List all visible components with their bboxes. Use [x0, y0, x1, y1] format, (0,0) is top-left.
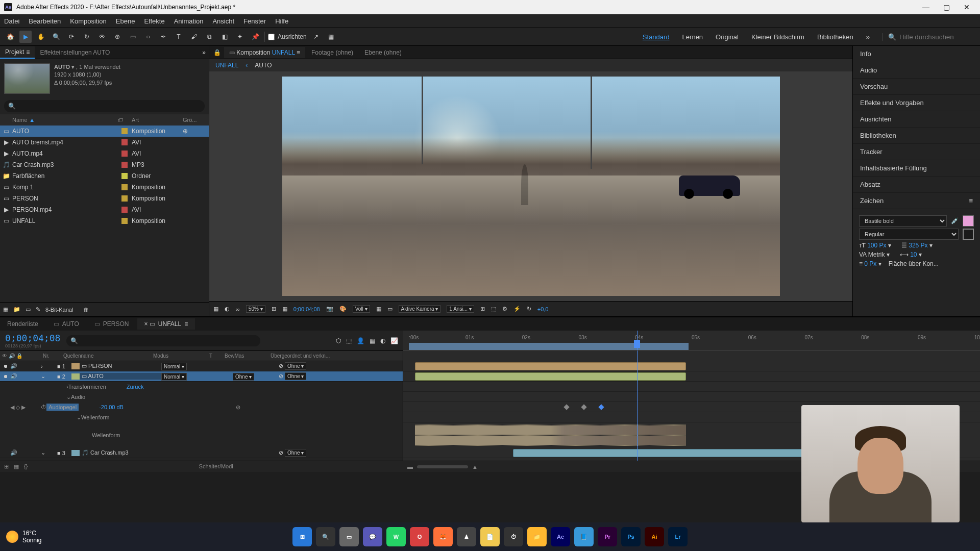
- project-item[interactable]: 📁FarbflächenOrdner: [0, 170, 209, 182]
- layer-row[interactable]: 🔊 ⌄ ■ 2 ▭ AUTO Normal ▾ Ohne ▾ ⊘ Ohne ▾: [0, 371, 403, 382]
- rotation-tool[interactable]: ↻: [81, 31, 93, 43]
- tab-comp[interactable]: ▭ AUTO: [46, 318, 86, 330]
- motionblur-icon[interactable]: ◐: [380, 337, 385, 344]
- orbit-tool[interactable]: ⟳: [65, 31, 78, 43]
- workspace-more[interactable]: »: [866, 33, 870, 41]
- maximize-button[interactable]: ▢: [937, 1, 955, 13]
- breadcrumb-item[interactable]: AUTO: [255, 62, 272, 69]
- taskbar-app[interactable]: 📁: [527, 527, 547, 546]
- project-item[interactable]: ▭AUTOKomposition⊕: [0, 126, 209, 137]
- menu-item[interactable]: Datei: [4, 17, 19, 25]
- timeline-search[interactable]: 🔍: [66, 335, 260, 346]
- hand-tool[interactable]: ✋: [35, 31, 47, 43]
- time-ruler[interactable]: :00s01s02s03s04s05s06s07s08s09s10: [403, 331, 980, 351]
- parent-dropdown[interactable]: Ohne ▾: [285, 372, 306, 380]
- zoom-in-icon[interactable]: ▲: [472, 464, 478, 470]
- taskbar-app[interactable]: 🔍: [316, 527, 335, 546]
- viewer-timecode[interactable]: 0;00;04;08: [293, 306, 320, 312]
- toggle-inout[interactable]: {}: [24, 463, 28, 470]
- waveform-group[interactable]: ⌄ Wellenform: [0, 412, 403, 422]
- panel-header[interactable]: Ausrichten: [853, 111, 980, 128]
- visibility-toggle[interactable]: [2, 363, 9, 370]
- roto-tool[interactable]: ✦: [234, 31, 246, 43]
- puppet-tool[interactable]: 📌: [249, 31, 261, 43]
- alpha-icon[interactable]: ▦: [213, 306, 218, 312]
- camera-tool[interactable]: 👁: [96, 31, 108, 43]
- type-tool[interactable]: T: [173, 31, 185, 43]
- panel-overflow[interactable]: »: [199, 49, 209, 56]
- workspace-learn[interactable]: Lernen: [682, 33, 703, 41]
- grid-icon[interactable]: ⊞: [480, 306, 485, 312]
- pan-behind-tool[interactable]: ⊕: [111, 31, 124, 43]
- menu-item[interactable]: Ansicht: [212, 17, 234, 25]
- graph-editor-icon[interactable]: 📈: [390, 337, 398, 344]
- views-count-dropdown[interactable]: 1 Ansi... ▾: [447, 305, 474, 313]
- project-item[interactable]: 🎵Car Crash.mp3MP3: [0, 159, 209, 170]
- renderer-icon[interactable]: ⚙: [502, 306, 507, 312]
- blend-mode[interactable]: Normal ▾: [161, 373, 187, 381]
- exposure[interactable]: +0,0: [537, 306, 549, 312]
- brush-tool[interactable]: 🖌: [188, 31, 200, 43]
- weather-widget[interactable]: 16°CSonnig: [6, 530, 41, 544]
- menu-item[interactable]: Ebene: [116, 17, 135, 25]
- taskbar-app[interactable]: ▭: [339, 527, 359, 546]
- taskbar-app[interactable]: Pr: [598, 527, 617, 546]
- eyedropper-icon[interactable]: 💉: [951, 217, 959, 224]
- blend-mode[interactable]: Normal ▾: [161, 363, 187, 370]
- project-item[interactable]: ▶AUTO.mp4AVI: [0, 148, 209, 159]
- font-size[interactable]: 100 Px: [867, 242, 886, 249]
- home-button[interactable]: 🏠: [4, 31, 16, 43]
- menu-item[interactable]: Hilfe: [275, 17, 288, 25]
- panel-header[interactable]: Vorschau: [853, 79, 980, 95]
- taskbar-app[interactable]: ⏱: [504, 527, 523, 546]
- col-type[interactable]: Art: [132, 117, 183, 123]
- track-matte[interactable]: Ohne ▾: [233, 373, 254, 381]
- col-size[interactable]: Grö...: [183, 117, 197, 123]
- resolution-dropdown[interactable]: Voll ▾: [353, 305, 370, 313]
- transparency-icon[interactable]: ▦: [376, 306, 381, 312]
- panel-header[interactable]: Absatz: [853, 177, 980, 193]
- frameblend-icon[interactable]: ▦: [370, 337, 375, 344]
- workspace-standard[interactable]: Standard: [643, 33, 670, 41]
- rect-tool[interactable]: ▭: [127, 31, 139, 43]
- shy-icon[interactable]: 👤: [357, 337, 364, 344]
- transform-group[interactable]: › TransformierenZurück: [0, 382, 403, 392]
- tab-renderqueue[interactable]: Renderliste: [0, 318, 45, 330]
- stroke-swatch[interactable]: [963, 229, 974, 240]
- new-folder-icon[interactable]: 📁: [13, 306, 20, 313]
- close-button[interactable]: ✕: [958, 1, 976, 13]
- fill-color-swatch[interactable]: [963, 215, 974, 227]
- taskbar-app[interactable]: O: [410, 527, 429, 546]
- font-style-dropdown[interactable]: Regular: [859, 229, 959, 240]
- panel-header[interactable]: Inhaltsbasierte Füllung: [853, 160, 980, 177]
- selection-tool[interactable]: ▶: [19, 31, 32, 43]
- snap-checkbox[interactable]: [268, 34, 275, 40]
- kerning[interactable]: Metrik: [868, 251, 885, 258]
- panel-header[interactable]: Bibliotheken: [853, 128, 980, 144]
- color-mgmt-icon[interactable]: 🎨: [339, 306, 347, 312]
- mask-mode[interactable]: ▦: [325, 31, 337, 43]
- workspace-libraries[interactable]: Bibliotheken: [817, 33, 853, 41]
- mask-icon[interactable]: ∞: [236, 306, 240, 312]
- zoom-dropdown[interactable]: 50% ▾: [246, 305, 265, 313]
- parent-dropdown[interactable]: Ohne ▾: [285, 362, 306, 370]
- draft3d-icon[interactable]: ⬚: [346, 337, 352, 344]
- res-icon[interactable]: ⊞: [272, 306, 276, 312]
- col-name[interactable]: Name ▲: [0, 117, 117, 123]
- project-item[interactable]: ▭UNFALLKomposition: [0, 215, 209, 227]
- switches-modes-toggle[interactable]: Schalter/Modi: [199, 463, 233, 470]
- taskbar-app[interactable]: Lr: [668, 527, 688, 546]
- project-item[interactable]: ▭Komp 1Komposition: [0, 182, 209, 193]
- taskbar-app[interactable]: ♟: [457, 527, 476, 546]
- panel-header[interactable]: Audio: [853, 62, 980, 79]
- pen-tool[interactable]: ✒: [157, 31, 169, 43]
- region-icon[interactable]: ▭: [387, 306, 393, 312]
- menu-item[interactable]: Effekte: [144, 17, 164, 25]
- playhead[interactable]: [637, 331, 638, 350]
- work-area[interactable]: [409, 343, 689, 350]
- adjust-icon[interactable]: ✎: [36, 306, 40, 313]
- tracking[interactable]: 10: [910, 251, 917, 258]
- tab-project[interactable]: Projekt ≡: [0, 46, 35, 59]
- menu-item[interactable]: Bearbeiten: [29, 17, 61, 25]
- layer-tab[interactable]: Ebene (ohne): [359, 47, 407, 58]
